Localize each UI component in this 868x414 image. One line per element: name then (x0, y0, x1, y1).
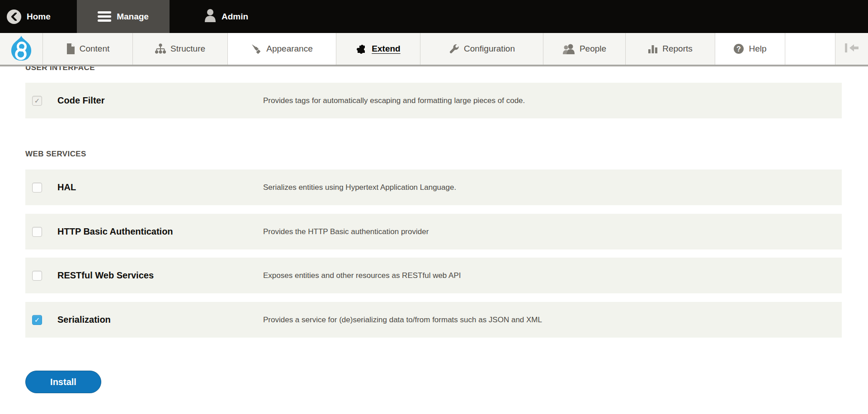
bar-chart-icon (648, 43, 658, 54)
file-icon (66, 43, 75, 54)
tab-help[interactable]: ? Help (715, 33, 785, 65)
module-row-http-basic-auth: ✓ HTTP Basic Authentication Provides the… (25, 214, 842, 249)
module-name: Serialization (57, 315, 247, 325)
tab-label: Help (749, 44, 766, 54)
module-description: Provides the HTTP Basic authentication p… (263, 227, 429, 236)
help-icon: ? (733, 43, 744, 54)
module-name: HAL (57, 182, 247, 193)
module-name: HTTP Basic Authentication (57, 226, 247, 237)
module-description: Provides a service for (de)serializing d… (263, 315, 542, 325)
tab-label: Structure (170, 44, 205, 54)
paintbrush-icon (251, 43, 262, 54)
module-list: USER INTERFACE ✓ Code Filter Provides ta… (0, 66, 868, 414)
section-title: USER INTERFACE (25, 66, 95, 72)
tab-label: Reports (662, 44, 693, 54)
tab-configuration[interactable]: Configuration (420, 33, 543, 65)
home-label: Home (27, 12, 51, 22)
module-row-serialization: ✓ Serialization Provides a service for (… (25, 302, 842, 338)
section-title: WEB SERVICES (25, 150, 86, 158)
collapse-left-icon (844, 42, 859, 55)
tab-structure[interactable]: Structure (133, 33, 228, 65)
code-filter-checkbox: ✓ (32, 96, 42, 106)
section-header-web-services: WEB SERVICES (25, 150, 86, 159)
install-button[interactable]: Install (25, 371, 101, 393)
manage-button[interactable]: Manage (77, 0, 170, 33)
wrench-icon (448, 43, 459, 54)
sitemap-icon (155, 43, 166, 54)
tab-extend[interactable]: Extend (336, 33, 420, 65)
section-header-user-interface: USER INTERFACE (25, 66, 95, 74)
person-icon (204, 9, 216, 24)
module-row-code-filter: ✓ Code Filter Provides tags for automati… (25, 83, 842, 118)
hal-checkbox[interactable]: ✓ (32, 183, 42, 193)
module-description: Exposes entities and other resources as … (263, 271, 461, 280)
module-description: Serializes entities using Hypertext Appl… (263, 183, 456, 192)
tab-label: Content (80, 44, 110, 54)
drupal-logo[interactable] (0, 33, 43, 65)
tab-label: Extend (372, 44, 400, 54)
tab-label: People (580, 44, 606, 54)
serialization-checkbox[interactable]: ✓ (32, 315, 42, 325)
manage-label: Manage (117, 12, 149, 22)
home-button[interactable]: Home (7, 0, 51, 33)
svg-text:?: ? (737, 45, 741, 53)
collapse-toolbar-button[interactable] (835, 33, 868, 65)
admin-label: Admin (222, 12, 248, 22)
tab-people[interactable]: People (543, 33, 626, 65)
people-icon (562, 43, 575, 54)
tab-label: Configuration (464, 44, 515, 54)
module-description: Provides tags for automatically escaping… (263, 96, 525, 105)
admin-bar: Home Manage Admin (0, 0, 868, 33)
module-row-hal: ✓ HAL Serializes entities using Hypertex… (25, 169, 842, 205)
back-arrow-icon (7, 9, 21, 24)
admin-user-button[interactable]: Admin (204, 0, 248, 33)
toolbar-spacer (785, 33, 835, 65)
module-row-restful-web-services: ✓ RESTful Web Services Exposes entities … (25, 258, 842, 293)
hamburger-icon (98, 11, 111, 22)
tab-content[interactable]: Content (43, 33, 133, 65)
tab-reports[interactable]: Reports (626, 33, 715, 65)
toolbar: Content Structure Appearance Extend Conf… (0, 33, 868, 66)
module-name: RESTful Web Services (57, 270, 247, 281)
restful-checkbox[interactable]: ✓ (32, 271, 42, 281)
puzzle-icon (356, 43, 367, 54)
tab-label: Appearance (266, 44, 312, 54)
tab-appearance[interactable]: Appearance (228, 33, 336, 65)
module-name: Code Filter (57, 95, 247, 106)
http-basic-auth-checkbox[interactable]: ✓ (32, 227, 42, 237)
